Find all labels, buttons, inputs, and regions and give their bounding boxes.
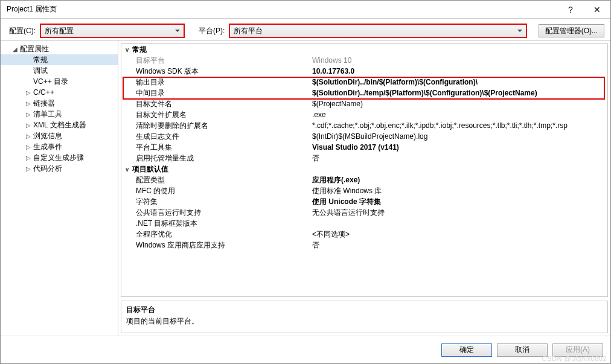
collapse-icon: ◢ — [11, 46, 18, 53]
prop-key-g1-5[interactable]: 目标文件扩展名 — [121, 109, 309, 120]
tree-item-2[interactable]: VC++ 目录 — [1, 76, 118, 87]
configuration-combo[interactable]: 所有配置 — [40, 24, 184, 37]
tree-item-5[interactable]: ▷清单工具 — [1, 109, 118, 120]
expand-icon: ▷ — [25, 165, 31, 172]
apply-button[interactable]: 应用(A) — [552, 343, 603, 357]
prop-val-g1-9[interactable]: 否 — [309, 153, 607, 164]
group-header[interactable]: ∨常规 — [121, 44, 607, 55]
prop-key-g1-8[interactable]: 平台工具集 — [121, 142, 309, 153]
body: ◢配置属性常规调试VC++ 目录▷C/C++▷链接器▷清单工具▷XML 文档生成… — [1, 40, 610, 336]
collapse-icon: ∨ — [125, 46, 131, 53]
expand-icon: ▷ — [25, 89, 31, 96]
category-tree[interactable]: ◢配置属性常规调试VC++ 目录▷C/C++▷链接器▷清单工具▷XML 文档生成… — [1, 41, 118, 336]
toolbar: 配置(C): 所有配置 平台(P): 所有平台 配置管理器(O)... — [1, 19, 610, 40]
prop-val-g2-3[interactable]: 无公共语言运行时支持 — [309, 207, 607, 218]
platform-label: 平台(P): — [196, 26, 227, 36]
collapse-icon: ∨ — [125, 166, 131, 173]
prop-val-g1-4[interactable]: $(ProjectName) — [309, 98, 607, 109]
prop-val-g2-5[interactable]: <不同选项> — [309, 229, 607, 240]
prop-key-g2-1[interactable]: MFC 的使用 — [121, 185, 309, 196]
prop-val-g1-6[interactable]: *.cdf;*.cache;*.obj;*.obj.enc;*.ilk;*.ip… — [309, 120, 607, 131]
ok-button[interactable]: 确定 — [441, 343, 492, 357]
description-panel: 目标平台 项目的当前目标平台。 — [121, 301, 608, 333]
group-header[interactable]: ∨项目默认值 — [121, 164, 607, 174]
prop-val-g2-1[interactable]: 使用标准 Windows 库 — [309, 185, 607, 196]
prop-key-g2-4[interactable]: .NET 目标框架版本 — [121, 218, 309, 229]
title-bar: Project1 属性页 ? ✕ — [1, 1, 610, 19]
prop-key-g2-5[interactable]: 全程序优化 — [121, 229, 309, 240]
property-page-dialog: Project1 属性页 ? ✕ 配置(C): 所有配置 平台(P): 所有平台… — [0, 0, 611, 364]
cancel-button[interactable]: 取消 — [497, 343, 548, 357]
prop-val-g1-2[interactable]: $(SolutionDir)../bin/$(Platform)\$(Confi… — [309, 77, 607, 88]
prop-key-g1-1[interactable]: Windows SDK 版本 — [121, 66, 309, 77]
prop-val-g2-4[interactable] — [309, 218, 607, 229]
prop-key-g1-3[interactable]: 中间目录 — [121, 88, 309, 98]
prop-key-g1-9[interactable]: 启用托管增量生成 — [121, 153, 309, 164]
expand-icon: ▷ — [25, 100, 31, 107]
description-body: 项目的当前目标平台。 — [126, 316, 603, 327]
tree-root-node[interactable]: ◢配置属性 — [1, 43, 118, 54]
tree-item-9[interactable]: ▷自定义生成步骤 — [1, 152, 118, 163]
dialog-footer: 确定 取消 应用(A) — [1, 336, 610, 363]
prop-val-g2-0[interactable]: 应用程序(.exe) — [309, 174, 607, 185]
prop-val-g1-8[interactable]: Visual Studio 2017 (v141) — [309, 142, 607, 153]
tree-item-7[interactable]: ▷浏览信息 — [1, 130, 118, 141]
expand-icon: ▷ — [25, 144, 31, 150]
tree-item-4[interactable]: ▷链接器 — [1, 98, 118, 109]
prop-key-g1-4[interactable]: 目标文件名 — [121, 98, 309, 109]
platform-combo[interactable]: 所有平台 — [229, 24, 526, 37]
prop-key-g1-2[interactable]: 输出目录 — [121, 77, 309, 88]
tree-item-3[interactable]: ▷C/C++ — [1, 87, 118, 98]
prop-val-g2-6[interactable]: 否 — [309, 240, 607, 251]
tree-item-8[interactable]: ▷生成事件 — [1, 141, 118, 152]
configuration-value: 所有配置 — [45, 26, 74, 36]
tree-item-10[interactable]: ▷代码分析 — [1, 163, 118, 174]
prop-val-g2-2[interactable]: 使用 Unicode 字符集 — [309, 196, 607, 207]
config-label: 配置(C): — [7, 26, 38, 36]
configuration-manager-button[interactable]: 配置管理器(O)... — [539, 24, 604, 37]
tree-item-0[interactable]: 常规 — [1, 54, 118, 65]
prop-val-g1-1[interactable]: 10.0.17763.0 — [309, 66, 607, 77]
tree-item-6[interactable]: ▷XML 文档生成器 — [1, 120, 118, 130]
prop-val-g1-7[interactable]: $(IntDir)$(MSBuildProjectName).log — [309, 131, 607, 142]
expand-icon: ▷ — [25, 133, 31, 139]
prop-key-g2-3[interactable]: 公共语言运行时支持 — [121, 207, 309, 218]
prop-val-g1-5[interactable]: .exe — [309, 109, 607, 120]
right-pane: ∨常规目标平台Windows 10Windows SDK 版本10.0.1776… — [118, 41, 610, 336]
expand-icon: ▷ — [25, 122, 31, 129]
close-button[interactable]: ✕ — [584, 1, 610, 19]
prop-val-g1-0[interactable]: Windows 10 — [309, 55, 607, 66]
property-grid[interactable]: ∨常规目标平台Windows 10Windows SDK 版本10.0.1776… — [121, 43, 608, 297]
prop-key-g2-6[interactable]: Windows 应用商店应用支持 — [121, 240, 309, 251]
help-button[interactable]: ? — [557, 1, 584, 19]
prop-key-g2-2[interactable]: 字符集 — [121, 196, 309, 207]
platform-value: 所有平台 — [234, 26, 263, 36]
prop-val-g1-3[interactable]: $(SolutionDir)../temp/$(Platform)\$(Conf… — [309, 88, 607, 98]
window-title: Project1 属性页 — [7, 4, 557, 14]
prop-key-g1-0[interactable]: 目标平台 — [121, 55, 309, 66]
expand-icon: ▷ — [25, 155, 31, 161]
prop-key-g1-6[interactable]: 清除时要删除的扩展名 — [121, 120, 309, 131]
expand-icon: ▷ — [25, 111, 31, 118]
prop-key-g2-0[interactable]: 配置类型 — [121, 174, 309, 185]
description-title: 目标平台 — [126, 305, 603, 315]
prop-key-g1-7[interactable]: 生成日志文件 — [121, 131, 309, 142]
tree-item-1[interactable]: 调试 — [1, 65, 118, 76]
